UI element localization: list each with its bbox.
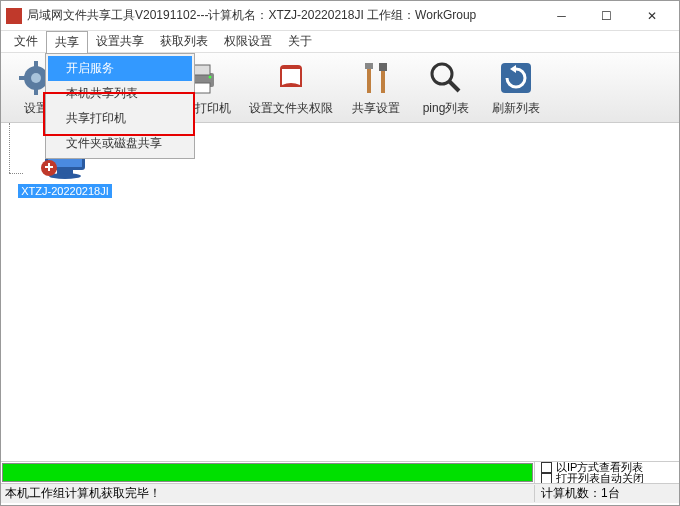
refresh-icon [497,59,535,97]
menubar: 文件 共享 设置共享 获取列表 权限设置 关于 开启服务 本机共享列表 共享打印… [1,31,679,53]
app-icon [6,8,22,24]
statusbar: 本机工作组计算机获取完毕！ 计算机数：1台 [1,483,679,503]
bottom-section: 以IP方式查看列表 打开列表自动关闭 本机工作组计算机获取完毕！ 计算机数：1台 [1,461,679,505]
dropdown-start-service[interactable]: 开启服务 [48,56,192,81]
options-panel: 以IP方式查看列表 打开列表自动关闭 [534,462,679,483]
toolbar-refresh-list[interactable]: 刷新列表 [481,53,551,122]
dropdown-local-share-list[interactable]: 本机共享列表 [48,81,192,106]
titlebar: 局域网文件共享工具V20191102---计算机名：XTZJ-20220218J… [1,1,679,31]
folder-book-icon [272,59,310,97]
menu-permissions[interactable]: 权限设置 [216,31,280,52]
window-title: 局域网文件共享工具V20191102---计算机名：XTZJ-20220218J… [27,7,539,24]
checkbox-icon [541,473,552,484]
checkbox-icon [541,462,552,473]
dropdown-folder-disk-share[interactable]: 文件夹或磁盘共享 [48,131,192,156]
magnifier-icon [427,59,465,97]
tools-icon [357,59,395,97]
toolbar-folder-permissions[interactable]: 设置文件夹权限 [241,53,341,122]
menu-set-share[interactable]: 设置共享 [88,31,152,52]
svg-rect-4 [19,76,25,80]
app-window: 局域网文件共享工具V20191102---计算机名：XTZJ-20220218J… [0,0,680,506]
maximize-button[interactable]: ☐ [584,2,629,30]
svg-rect-17 [365,63,373,69]
svg-line-21 [449,81,459,91]
computer-label: XTZJ-20220218JI [18,184,111,198]
window-controls: ─ ☐ ✕ [539,2,674,30]
svg-point-1 [31,73,41,83]
toolbar-ping-list[interactable]: ping列表 [411,53,481,122]
toolbar-share-settings[interactable]: 共享设置 [341,53,411,122]
content-area: XTZJ-20220218JI [1,123,679,461]
computer-count: 计算机数：1台 [534,485,679,502]
status-message: 本机工作组计算机获取完毕！ [1,485,534,502]
svg-point-15 [209,75,212,78]
svg-rect-2 [34,61,38,67]
tree-connector [9,123,10,173]
minimize-button[interactable]: ─ [539,2,584,30]
dropdown-share-printer[interactable]: 共享打印机 [48,106,192,131]
menu-file[interactable]: 文件 [6,31,46,52]
close-button[interactable]: ✕ [629,2,674,30]
menu-get-list[interactable]: 获取列表 [152,31,216,52]
progress-bar [2,463,533,482]
svg-rect-3 [34,89,38,95]
svg-rect-19 [379,63,387,71]
check-auto-close[interactable]: 打开列表自动关闭 [541,473,679,484]
svg-rect-30 [48,163,50,171]
share-dropdown: 开启服务 本机共享列表 共享打印机 文件夹或磁盘共享 [45,53,195,159]
menu-about[interactable]: 关于 [280,31,320,52]
menu-share[interactable]: 共享 [46,31,88,53]
bottom-bar: 以IP方式查看列表 打开列表自动关闭 [1,461,679,483]
